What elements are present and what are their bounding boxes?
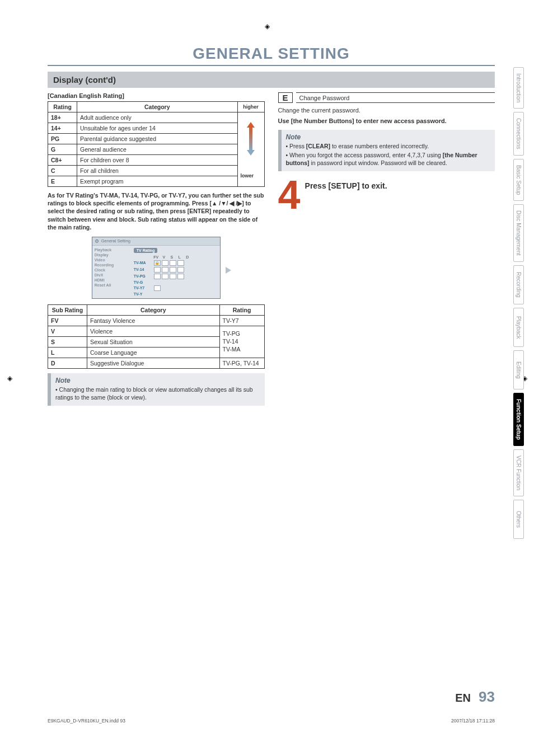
rating-code: PG (51, 135, 59, 142)
osd-row: TV-14 (134, 267, 218, 273)
osd-row-label: TV-Y7 (134, 286, 153, 290)
osd-menu-list: Playback Display Video Recording Clock D… (92, 246, 132, 298)
lock-icon: 🔒 (154, 260, 161, 266)
rating-18plus-cat: Adult audience only (77, 112, 238, 123)
footer-page-number: 93 (479, 688, 495, 706)
osd-cell (162, 260, 168, 266)
rating-code: C (51, 167, 55, 174)
page-title: GENERAL SETTING (48, 45, 495, 66)
osd-row-label: TV-Y (134, 292, 153, 296)
osd-row-label: TV-PG (134, 274, 153, 278)
osd-cell (162, 274, 168, 279)
change-password-desc: Change the current password. (278, 106, 495, 115)
osd-row-label: TV-G (134, 280, 153, 284)
sr-fv-rating: TV-Y7 (219, 315, 264, 326)
tab-connections[interactable]: Connections (513, 112, 524, 156)
tab-others[interactable]: Others (513, 500, 524, 539)
tab-disc-management[interactable]: Disc Management (513, 204, 524, 262)
sr-l: L (48, 347, 87, 358)
step-number-4: 4 (278, 179, 301, 212)
rating-c: C (48, 166, 77, 176)
sr-d-rating: TV-PG, TV-14 (219, 358, 264, 368)
tv-rating-instructions: As for TV Rating's TV-MA, TV-14, TV-PG, … (48, 191, 265, 231)
th-rating2: Rating (219, 304, 264, 315)
osd-cell (154, 285, 161, 291)
rating-code: C8+ (51, 157, 62, 163)
osd-titlebar: ⚙ General Setting (92, 237, 220, 246)
gear-icon: ⚙ (95, 238, 99, 244)
stack-line: TV-14 (223, 338, 261, 346)
print-timestamp: 2007/12/18 17:11:28 (451, 718, 495, 724)
osd-col: FV (153, 255, 160, 259)
rating-pg: PG (48, 134, 77, 144)
change-password-instruction: Use [the Number Buttons] to enter new ac… (278, 117, 495, 125)
osd-screenshot: ⚙ General Setting Playback Display Video… (92, 237, 221, 299)
footer-lang: EN (455, 692, 471, 705)
osd-menu-item: Recording (95, 263, 129, 267)
note-item: Changing the main rating to block or vie… (55, 386, 260, 401)
page-footer: EN 93 (455, 688, 495, 706)
osd-menu-item: Video (95, 258, 129, 262)
arrow-lower-cell: lower (237, 166, 264, 187)
th-subrating: Sub Rating (48, 304, 87, 315)
rating-c-cat: For all children (77, 166, 238, 176)
osd-row-label: TV-14 (134, 267, 153, 271)
osd-cell (177, 260, 184, 266)
osd-active-tab: TV Rating (134, 248, 158, 253)
osd-cell (177, 274, 184, 279)
page-content: GENERAL SETTING Display (cont'd) [Canadi… (0, 0, 534, 428)
tab-introduction[interactable]: Introduction (513, 67, 524, 109)
rating-e-cat: Exempt program (77, 176, 238, 187)
sr-s: S (48, 336, 87, 347)
osd-menu-item: Display (95, 253, 129, 257)
rating-code: E (51, 178, 55, 185)
osd-col-labels: FV V S L D (153, 255, 218, 259)
th-category2: Category (87, 304, 220, 315)
osd-row: TV-Y (134, 292, 218, 296)
note-item: When you forgot the access password, ent… (286, 151, 491, 167)
sr-s-cat: Sexual Situation (87, 336, 220, 347)
osd-menu-item: Playback (95, 248, 129, 252)
rating-14plus: 14+ (48, 123, 77, 134)
rating-code: G (51, 146, 55, 153)
th-category: Category (77, 102, 238, 112)
sr-stack-rating: TV-PG TV-14 TV-MA (219, 326, 264, 358)
osd-cell (170, 274, 176, 279)
osd-screenshot-wrap: ⚙ General Setting Playback Display Video… (48, 237, 265, 299)
section-heading: Display (cont'd) (48, 72, 495, 88)
osd-cell (154, 267, 161, 273)
osd-cell (170, 260, 176, 266)
tab-recording[interactable]: Recording (513, 265, 524, 304)
rating-code: 14+ (51, 125, 61, 132)
stack-line: TV-PG (223, 330, 261, 338)
sr-d-cat: Suggestive Dialogue (87, 358, 220, 368)
osd-title: General Setting (101, 238, 130, 243)
tab-playback[interactable]: Playback (513, 308, 524, 347)
print-metadata: E9KGAUD_D-VR610KU_EN.indd 93 2007/12/18 … (48, 718, 495, 724)
tab-basic-setup[interactable]: Basic Setup (513, 159, 524, 201)
osd-row: TV-MA🔒 (134, 260, 218, 266)
osd-panel: TV Rating FV V S L D TV-MA🔒 TV-14 TV-PG (132, 246, 220, 298)
arrow-up-icon (247, 122, 255, 128)
left-note-box: Note Changing the main rating to block o… (48, 373, 265, 406)
tab-editing[interactable]: Editing (513, 350, 524, 389)
tab-function-setup[interactable]: Function Setup (513, 393, 524, 446)
sr-v: V (48, 326, 87, 336)
osd-col: D (184, 255, 191, 259)
print-file: E9KGAUD_D-VR610KU_EN.indd 93 (48, 718, 125, 724)
note-list: Changing the main rating to block or vie… (55, 386, 260, 401)
osd-body: Playback Display Video Recording Clock D… (92, 246, 220, 298)
arrow-lower-label: lower (241, 173, 254, 179)
sub-rating-table: Sub Rating Category Rating FV Fantasy Vi… (48, 304, 265, 369)
th-level: higher (237, 102, 264, 112)
two-column-layout: [Canadian English Rating] Rating Categor… (48, 92, 495, 406)
osd-row-label: TV-MA (134, 261, 153, 265)
left-column: [Canadian English Rating] Rating Categor… (48, 92, 265, 406)
osd-row: TV-G (134, 280, 218, 284)
tab-vcr-function[interactable]: VCR Function (513, 449, 524, 496)
rating-e: E (48, 176, 77, 187)
sr-code: D (51, 360, 55, 367)
canadian-rating-heading: [Canadian English Rating] (48, 92, 265, 99)
sr-code: FV (51, 317, 58, 324)
level-arrow-cell (237, 112, 264, 166)
